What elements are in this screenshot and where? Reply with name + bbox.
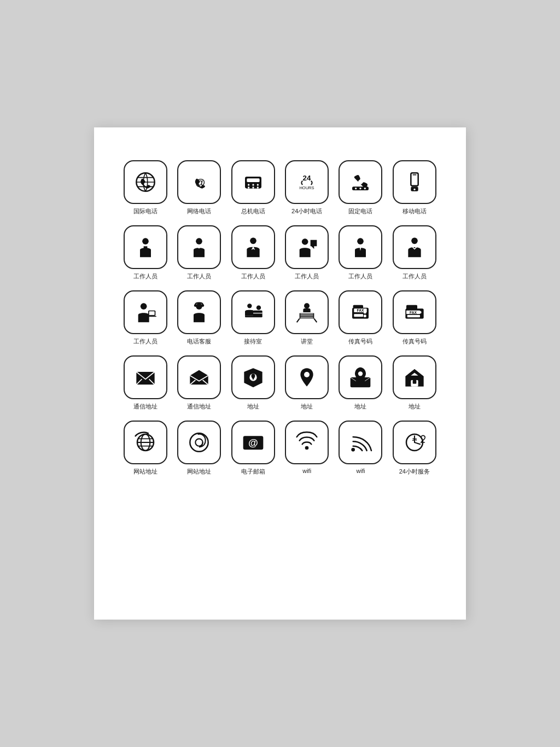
icon-item-website2: 网站地址 [175, 421, 223, 476]
icon-box-main-phone [231, 160, 275, 204]
svg-point-25 [358, 238, 364, 244]
svg-text:HOURS: HOURS [300, 185, 314, 190]
icon-box-net-phone: @ [177, 160, 221, 204]
svg-point-61 [358, 371, 363, 376]
svg-point-4 [248, 184, 249, 185]
svg-point-33 [202, 304, 205, 307]
icon-item-addr3: 地址 [336, 355, 384, 411]
icon-label-worker6: 工作人员 [402, 272, 427, 281]
svg-point-20 [142, 238, 149, 244]
icon-item-fax2: FAX 传真号码 [390, 290, 439, 346]
icon-label-reception: 接待室 [244, 337, 262, 346]
svg-point-26 [411, 238, 418, 244]
icon-item-worker7: 工作人员 [121, 290, 170, 346]
icon-grid: 国际电话 @ 网络电话 总机电话 24 HOURS 24小时电话 [121, 160, 439, 476]
icon-label-lecture: 讲堂 [301, 337, 313, 346]
icon-label-worker7: 工作人员 [133, 337, 158, 346]
icon-item-worker4: 工作人员 [283, 225, 331, 281]
icon-item-addr4: 地址 [390, 355, 439, 411]
svg-point-73 [305, 446, 309, 450]
svg-point-34 [247, 304, 252, 308]
icon-box-lecture [285, 290, 329, 334]
icon-item-wifi1: wifi [283, 421, 331, 476]
icon-label-mail2: 通信地址 [187, 402, 211, 411]
svg-point-51 [418, 311, 421, 314]
icon-box-fax1: FAX [339, 290, 382, 334]
icon-box-wifi2 [339, 421, 382, 464]
svg-rect-21 [144, 246, 148, 250]
icon-label-phone-service: 电话客服 [187, 337, 211, 346]
icon-box-addr1 [231, 355, 275, 399]
icon-item-intl-phone: 国际电话 [121, 160, 170, 215]
svg-point-44 [364, 311, 366, 314]
icon-item-lecture: 讲堂 [283, 290, 331, 346]
svg-rect-52 [407, 315, 419, 317]
icon-item-mail2: 通信地址 [175, 355, 223, 411]
svg-point-27 [141, 303, 147, 310]
icon-box-addr3 [339, 355, 382, 399]
icon-box-email: @ [231, 421, 275, 464]
svg-point-14 [360, 188, 361, 189]
icon-label-wifi1: wifi [302, 468, 311, 474]
icon-item-worker1: 工作人员 [121, 225, 170, 281]
icon-label-addr2: 地址 [301, 402, 313, 411]
svg-rect-35 [253, 311, 262, 317]
icon-box-worker4 [285, 225, 329, 269]
icon-label-wifi2: wifi [357, 468, 365, 474]
svg-point-15 [364, 188, 366, 189]
icon-item-wifi2: wifi [336, 421, 384, 476]
svg-point-7 [248, 186, 249, 188]
icon-box-addr4 [393, 355, 436, 399]
icon-box-worker3 [231, 225, 275, 269]
icon-item-fax1: FAX 传真号码 [336, 290, 384, 346]
icon-box-24h-phone: 24 HOURS [285, 160, 329, 204]
icon-label-addr1: 地址 [247, 402, 259, 411]
svg-point-23 [250, 238, 256, 244]
icon-item-worker5: 工作人员 [336, 225, 384, 281]
svg-point-22 [196, 238, 203, 244]
icon-box-worker6 [393, 225, 436, 269]
icon-label-fax1: 传真号码 [348, 337, 372, 346]
icon-label-worker4: 工作人员 [295, 272, 319, 281]
icon-item-addr2: 地址 [283, 355, 331, 411]
svg-line-77 [415, 442, 420, 444]
svg-text:FAX: FAX [410, 311, 417, 314]
svg-rect-38 [245, 316, 262, 318]
svg-rect-48 [406, 305, 417, 310]
icon-box-phone-service [177, 290, 221, 334]
icon-label-24h-service: 24小时服务 [399, 468, 430, 476]
icon-label-worker2: 工作人员 [187, 272, 211, 281]
icon-box-reception [231, 290, 275, 334]
icon-item-24h-service: 24 24小时服务 [390, 421, 439, 476]
svg-text:@: @ [248, 437, 258, 448]
icon-item-worker2: 工作人员 [175, 225, 223, 281]
icon-label-net-phone: 网络电话 [187, 207, 211, 215]
icon-label-fixed-phone: 固定电话 [348, 207, 372, 215]
icon-label-main-phone: 总机电话 [241, 207, 265, 215]
icon-item-phone-service: 电话客服 [175, 290, 223, 346]
icon-box-worker1 [124, 225, 167, 269]
icon-label-email: 电子邮箱 [241, 468, 265, 476]
icon-label-worker1: 工作人员 [133, 272, 158, 281]
icon-box-worker7 [124, 290, 167, 334]
svg-point-13 [355, 188, 357, 189]
icon-item-fixed-phone: 固定电话 [336, 160, 384, 215]
svg-rect-30 [147, 316, 156, 317]
icon-label-addr4: 地址 [409, 402, 421, 411]
icon-item-email: @ 电子邮箱 [229, 421, 277, 476]
svg-point-39 [304, 303, 310, 308]
svg-point-5 [252, 184, 254, 185]
icon-box-mail2 [177, 355, 221, 399]
svg-point-6 [256, 184, 258, 185]
icon-box-wifi1 [285, 421, 329, 464]
icon-label-worker3: 工作人员 [241, 272, 265, 281]
svg-point-59 [304, 372, 310, 377]
icon-box-intl-phone [124, 160, 167, 204]
icon-box-fixed-phone [339, 160, 382, 204]
icon-item-worker6: 工作人员 [390, 225, 439, 281]
svg-text:24: 24 [412, 437, 417, 442]
icon-item-mail1: 通信地址 [121, 355, 170, 411]
icon-label-mail1: 通信地址 [133, 402, 158, 411]
icon-item-addr1: 地址 [229, 355, 277, 411]
svg-point-9 [256, 186, 258, 188]
